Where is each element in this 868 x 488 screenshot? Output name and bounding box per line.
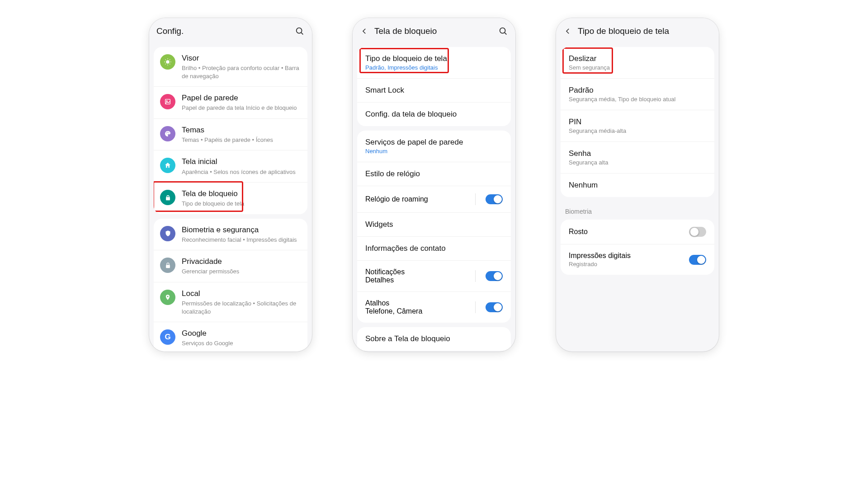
item-widgets[interactable]: Widgets	[357, 213, 511, 237]
item-wallpaperservices[interactable]: Serviços de papel de parede Nenhum	[357, 131, 511, 162]
search-icon[interactable]	[295, 26, 305, 36]
item-face[interactable]: Rosto	[561, 220, 714, 244]
item-title: Impressões digitais	[569, 252, 684, 260]
item-sub: Segurança média, Tipo de bloqueio atual	[569, 96, 706, 103]
lock-group-3: Sobre a Tela de bloqueio	[357, 327, 511, 351]
settings-item-privacy[interactable]: Privacidade Gerenciar permissões	[154, 250, 307, 282]
item-title: Atalhos	[365, 299, 472, 307]
item-title: Privacidade	[182, 257, 300, 267]
item-fingerprints[interactable]: Impressões digitais Registrado	[561, 244, 714, 275]
item-smartlock[interactable]: Smart Lock	[357, 79, 511, 103]
svg-point-17	[167, 296, 169, 297]
item-sub: Serviços do Google	[182, 339, 300, 347]
location-icon	[160, 290, 175, 305]
settings-item-biometrics[interactable]: Biometria e segurança Reconhecimento fac…	[154, 219, 307, 251]
section-label-biometrics: Biometria	[556, 202, 719, 218]
settings-group-1: Visor Brilho • Proteção para conforto oc…	[154, 47, 307, 214]
item-title: Relógio de roaming	[365, 195, 472, 203]
item-none[interactable]: Nenhum	[561, 174, 714, 197]
item-about-lockscreen[interactable]: Sobre a Tela de bloqueio	[357, 327, 511, 351]
toggle-face[interactable]	[689, 227, 706, 237]
settings-item-location[interactable]: Local Permissões de localização • Solici…	[154, 282, 307, 322]
item-title: Nenhum	[569, 181, 706, 190]
item-sub: Telefone, Câmera	[365, 307, 472, 315]
item-notifications[interactable]: Notificações Detalhes	[357, 261, 511, 292]
item-sub: Tipo de bloqueio de tela	[182, 200, 300, 208]
item-title: Deslizar	[569, 54, 706, 63]
page-title: Config.	[156, 26, 295, 36]
svg-point-14	[167, 132, 168, 133]
item-sub: Reconhecimento facial • Impressões digit…	[182, 236, 300, 244]
item-locktype[interactable]: Tipo de bloqueio de tela Padrão, Impress…	[357, 47, 511, 79]
toggle-shortcuts[interactable]	[486, 302, 503, 312]
header: Tipo de bloqueio de tela	[556, 18, 719, 42]
settings-item-lockscreen[interactable]: Tela de bloqueio Tipo de bloqueio de tel…	[154, 183, 307, 214]
header: Config.	[149, 18, 312, 42]
item-title: Tela inicial	[182, 157, 300, 167]
item-sub: Nenhum	[365, 148, 503, 155]
svg-point-0	[297, 28, 302, 33]
wallpaper-icon	[160, 94, 175, 109]
svg-point-2	[166, 60, 170, 64]
item-title: Biometria e segurança	[182, 225, 300, 235]
item-sub: Registrado	[569, 261, 684, 267]
item-title: PIN	[569, 117, 706, 127]
item-password[interactable]: Senha Segurança alta	[561, 142, 714, 174]
item-pin[interactable]: PIN Segurança média-alta	[561, 110, 714, 142]
settings-item-home[interactable]: Tela inicial Aparência • Selos nos ícone…	[154, 150, 307, 183]
toggle-fingerprints[interactable]	[689, 255, 706, 265]
item-swipe[interactable]: Deslizar Sem segurança	[561, 47, 714, 79]
item-title: Serviços de papel de parede	[365, 138, 503, 147]
settings-item-themes[interactable]: Temas Temas • Papéis de parede • Ícones	[154, 119, 307, 151]
svg-point-18	[500, 28, 505, 33]
divider	[475, 301, 476, 313]
item-clockstyle[interactable]: Estilo de relógio	[357, 162, 511, 186]
settings-item-google[interactable]: G Google Serviços do Google	[154, 322, 307, 352]
item-title: Informações de contato	[365, 244, 503, 253]
back-icon[interactable]	[563, 27, 572, 36]
item-sub: Brilho • Proteção para conforto ocular •…	[182, 64, 300, 80]
home-icon	[160, 158, 175, 173]
settings-group-2: Biometria e segurança Reconhecimento fac…	[154, 219, 307, 352]
display-icon	[160, 54, 175, 70]
lock-icon	[160, 190, 175, 205]
svg-line-8	[170, 64, 170, 64]
item-title: Tela de bloqueio	[182, 189, 300, 199]
divider	[475, 270, 476, 282]
item-roamingclock[interactable]: Relógio de roaming	[357, 186, 511, 213]
item-title: Padrão	[569, 86, 706, 95]
search-icon[interactable]	[498, 26, 508, 36]
back-icon[interactable]	[360, 27, 369, 36]
item-sub: Permissões de localização • Solicitações…	[182, 300, 300, 315]
shield-icon	[160, 226, 175, 241]
svg-line-10	[170, 60, 170, 60]
svg-point-12	[166, 101, 167, 102]
item-contactinfo[interactable]: Informações de contato	[357, 237, 511, 261]
item-title: Google	[182, 328, 300, 338]
lock-group-2: Serviços de papel de parede Nenhum Estil…	[357, 131, 511, 323]
svg-line-9	[165, 64, 166, 64]
svg-point-13	[166, 132, 167, 133]
item-pattern[interactable]: Padrão Segurança média, Tipo de bloqueio…	[561, 79, 714, 110]
item-title: Smart Lock	[365, 86, 503, 95]
settings-item-wallpaper[interactable]: Papel de parede Papel de parede da tela …	[154, 87, 307, 119]
toggle-roamingclock[interactable]	[486, 194, 503, 204]
svg-line-19	[505, 33, 506, 34]
toggle-notifications[interactable]	[486, 271, 503, 281]
item-sub: Detalhes	[365, 276, 472, 284]
settings-item-visor[interactable]: Visor Brilho • Proteção para conforto oc…	[154, 47, 307, 87]
svg-line-7	[165, 60, 166, 60]
locktype-group: Deslizar Sem segurança Padrão Segurança …	[561, 47, 714, 197]
item-title: Tipo de bloqueio de tela	[365, 54, 503, 63]
item-shortcuts[interactable]: Atalhos Telefone, Câmera	[357, 292, 511, 323]
item-locksettings[interactable]: Config. da tela de bloqueio	[357, 103, 511, 126]
item-sub: Gerenciar permissões	[182, 267, 300, 276]
item-sub: Papel de parede da tela Início e de bloq…	[182, 104, 300, 112]
header: Tela de bloqueio	[353, 18, 515, 42]
item-title: Sobre a Tela de bloqueio	[365, 334, 503, 343]
item-title: Widgets	[365, 220, 503, 229]
page-title: Tipo de bloqueio de tela	[578, 26, 712, 36]
svg-line-1	[301, 33, 303, 34]
page-title: Tela de bloqueio	[374, 26, 498, 36]
svg-rect-16	[166, 265, 170, 268]
